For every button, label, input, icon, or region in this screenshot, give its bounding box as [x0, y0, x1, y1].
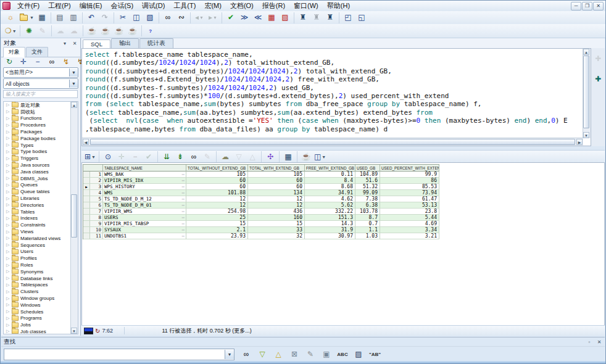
help-button[interactable]: ?	[144, 25, 157, 37]
grid-cell[interactable]: 25	[186, 215, 248, 221]
grid-cell[interactable]: 8.68	[305, 184, 355, 190]
grid-cell[interactable]: USERS–	[103, 215, 186, 221]
tile-windows-button[interactable]: ◱	[355, 12, 368, 23]
grid-cell[interactable]: 60	[248, 184, 305, 190]
grid-cell[interactable]: 104.89	[355, 172, 380, 178]
grid-cell[interactable]: 2.1	[186, 227, 248, 233]
find-backward-button[interactable]: △	[272, 349, 285, 360]
expand-arrow-icon[interactable]: ▷	[6, 176, 10, 181]
tree-item[interactable]: ▷Job classes	[4, 328, 78, 334]
grid-cell[interactable]: 160	[248, 215, 305, 221]
expand-arrow-icon[interactable]: ▷	[6, 249, 10, 254]
grid-cell[interactable]: 6.38	[355, 202, 380, 209]
sessions-button[interactable]: ☕	[112, 25, 126, 37]
expand-arrow-icon[interactable]: ▷	[6, 296, 10, 301]
tree-item[interactable]: ▷Clusters	[4, 288, 78, 295]
grid-cell[interactable]: 254.98	[186, 209, 248, 215]
table-row[interactable]: ▶3WPS_HISTORY–60608.6851.3285.53	[83, 184, 439, 190]
sql-line[interactable]: round(((d.sumbytes+d.extend_bytes)/1024/…	[85, 67, 583, 75]
tree-item[interactable]: ▷Triggers	[4, 155, 78, 162]
expand-arrow-icon[interactable]: ▷	[6, 230, 10, 234]
grid-cell[interactable]: 32	[248, 233, 305, 239]
scroll-up-icon[interactable]: ▲	[71, 102, 77, 108]
grid-cell[interactable]: 51.32	[355, 184, 380, 190]
table-row[interactable]: 4WMS–101.8813434.9199.0973.94	[83, 190, 439, 196]
grid-cell[interactable]: TS_TD_NODE_D_M_01–	[103, 202, 186, 209]
scroll-thumb[interactable]	[71, 194, 77, 238]
grid-cell[interactable]: 15	[248, 221, 305, 227]
sql-line[interactable]: (select tablespace_name,sum(aa.bytes) su…	[85, 109, 583, 117]
column-header[interactable]: USED_PERCENT_WITH_EXTEND	[380, 165, 439, 172]
restore-button[interactable]: ❐	[582, 2, 592, 10]
expand-arrow-icon[interactable]: ▷	[6, 169, 10, 174]
grid-cell[interactable]: 3.21	[380, 233, 439, 239]
expand-arrow-icon[interactable]: ▷	[6, 116, 10, 121]
grid-cell[interactable]: 53.13	[380, 202, 439, 209]
tree-item[interactable]: ▷Constraints	[4, 221, 78, 228]
menu-item[interactable]: 报告(R)	[258, 1, 289, 11]
scroll-right-icon[interactable]: ▶	[576, 139, 583, 145]
table-row[interactable]: 8USERS–25160151.38.75.44	[83, 215, 439, 221]
table-row[interactable]: 6TS_TD_NODE_D_M_01–12125.626.3853.13	[83, 202, 439, 209]
find-close-button[interactable]: ✕	[595, 338, 604, 346]
undo-button[interactable]: ↶	[85, 12, 98, 23]
fetch-all-button[interactable]: ⇟	[173, 151, 187, 163]
grid-cell[interactable]: 15	[186, 221, 248, 227]
expand-arrow-icon[interactable]: ▷	[6, 256, 10, 261]
grid-cell[interactable]: 3.34	[380, 227, 439, 233]
grid-cell[interactable]: 105	[248, 172, 305, 178]
sql-code[interactable]: select f.tablespace_name tablespace_name…	[85, 51, 583, 138]
sql-line[interactable]: select f.tablespace_name tablespace_name…	[85, 51, 583, 59]
grid-cell[interactable]: 60	[186, 184, 248, 190]
grid-cell[interactable]: 0.7	[355, 221, 380, 227]
menu-item[interactable]: 会话(S)	[106, 1, 138, 11]
columns-button[interactable]: ◫▼	[313, 151, 327, 163]
grid-cell[interactable]: 14.3	[305, 221, 355, 227]
sql-line[interactable]: (select nvl(case when autoextensible ='Y…	[85, 117, 583, 125]
table-row[interactable]: 5TS_TD_NODE_D_M_12–12124.627.3861.47	[83, 196, 439, 202]
tab-statistics[interactable]: 统计表	[139, 38, 173, 48]
expand-arrow-icon[interactable]: ▷	[6, 149, 10, 154]
grid-cell[interactable]: 332.22	[305, 209, 355, 215]
link-query-button[interactable]: ✣	[264, 151, 277, 163]
grid-cell[interactable]: 8.7	[355, 215, 380, 221]
find-object-icon[interactable]: ∞	[45, 56, 59, 68]
grid-cell[interactable]: 34.91	[305, 190, 355, 196]
row-number[interactable]: 5	[90, 196, 103, 202]
menu-item[interactable]: 文件(F)	[13, 1, 44, 11]
grid-cell[interactable]: 5.62	[305, 202, 355, 209]
refresh-icon[interactable]: ↻	[2, 56, 16, 68]
chevron-down-icon[interactable]: ▼	[213, 15, 217, 20]
print-button[interactable]: ▤	[53, 12, 67, 23]
expand-arrow-icon[interactable]: ▷	[6, 223, 10, 228]
export-button[interactable]: ☁	[218, 151, 232, 163]
record-view-button[interactable]: ⊙	[101, 151, 115, 163]
expand-arrow-icon[interactable]: ▷	[6, 130, 10, 134]
table-row[interactable]: 7VIPIIR_WMS–254.98436332.22103.7823.8	[83, 209, 439, 215]
user-filter-select[interactable]: <当前用户> ▼	[3, 67, 78, 78]
sql-line[interactable]: round((d.sumbytes/1024/1024/1024),2) tot…	[85, 59, 583, 67]
expand-arrow-icon[interactable]: ▷	[6, 163, 10, 168]
dock-pin-button[interactable]: ▫	[585, 338, 594, 346]
tree-item[interactable]: ▷Sequences	[4, 242, 78, 249]
expand-arrow-icon[interactable]: ▷	[6, 123, 10, 128]
expand-arrow-icon[interactable]: ▷	[6, 143, 10, 147]
table-row[interactable]: 1WMS_BAK–1051050.11104.8999.9	[83, 172, 439, 178]
tree-item[interactable]: ▷Type bodies	[4, 149, 78, 155]
tree-item[interactable]: ▷Programs	[4, 315, 78, 322]
window-scope-button[interactable]: ▣	[320, 349, 333, 360]
grid-cell[interactable]: 61.47	[380, 196, 439, 202]
table-row[interactable]: 11UNDOTBS1–23.933230.971.033.21	[83, 233, 439, 239]
find-next-button[interactable]: ∾	[175, 12, 188, 23]
new-button[interactable]: ☼	[4, 12, 17, 23]
tree-item[interactable]: ▷Database links	[4, 275, 78, 282]
session-monitor-button[interactable]: ☕	[99, 25, 112, 37]
kill-session-button[interactable]: ☕	[126, 25, 139, 37]
grid-cell[interactable]: 33	[248, 227, 305, 233]
chevron-down-icon[interactable]: ▼	[322, 155, 326, 159]
scroll-down-icon[interactable]: ▼	[583, 132, 589, 138]
chevron-down-icon[interactable]: ▼	[91, 155, 96, 159]
grid-cell[interactable]: 5.44	[380, 215, 439, 221]
menu-item[interactable]: 帮助(H)	[323, 1, 354, 11]
grid-cell[interactable]: TS_TD_NODE_D_M_12–	[103, 196, 186, 202]
